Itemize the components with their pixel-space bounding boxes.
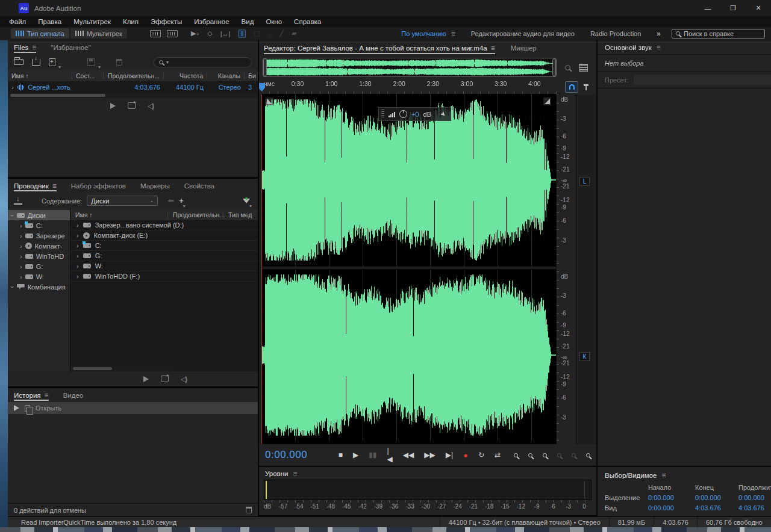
browser-col-type[interactable]: Тип мед (223, 211, 258, 218)
marquee-selection-tool-icon[interactable]: ⬚ (254, 29, 260, 37)
multitrack-view-button[interactable]: Мультитрек (70, 28, 127, 39)
timeline-ruler[interactable]: чмс 0:301:001:302:002:303:003:304:00 (259, 79, 596, 94)
panel-menu-icon[interactable]: ≡ (491, 44, 495, 52)
expand-chevron-icon[interactable]: › (76, 262, 79, 270)
playhead-marker[interactable] (259, 83, 265, 91)
right-channel-badge[interactable]: К (579, 352, 590, 361)
close-button[interactable]: ✕ (746, 0, 771, 16)
import-icon[interactable] (14, 197, 22, 205)
tab-проводник[interactable]: Проводник≡ (14, 179, 57, 193)
pause-button[interactable]: ▮▮ (369, 451, 376, 459)
value-duration[interactable]: 0:00.000 (738, 494, 771, 501)
expand-chevron-icon[interactable]: › (20, 222, 22, 229)
snap-toggle[interactable] (565, 81, 578, 93)
gain-value[interactable]: +0 (411, 111, 419, 118)
expand-chevron-icon[interactable]: › (20, 253, 22, 260)
waveform-display-icon[interactable] (150, 30, 161, 37)
marker-pin-icon[interactable] (585, 84, 587, 90)
tab-editor[interactable]: Редактор: Сергей Завьялов - А мне с тобо… (264, 40, 495, 55)
collapse-chevron-icon[interactable]: › (9, 286, 16, 288)
hud-grip-icon[interactable] (381, 110, 384, 119)
menu-item-0[interactable]: Файл (9, 18, 26, 25)
loop-preview-icon[interactable] (161, 376, 169, 382)
tab-files[interactable]: Files≡ (14, 40, 36, 54)
zoom-out-button[interactable] (528, 451, 532, 459)
content-dropdown[interactable]: Диски⌄ (87, 196, 158, 206)
panel-menu-icon[interactable]: ≡ (52, 182, 57, 190)
value-end[interactable]: 0:00.000 (695, 494, 738, 501)
waveform-display[interactable]: +0 dB ➤ dB-3-6-9-12-21-∞-21-12-9-6-3dB-3… (259, 94, 596, 444)
tab-набор-эффектов[interactable]: Набор эффектов (71, 179, 126, 193)
tab-mixer[interactable]: Микшер (511, 40, 537, 55)
tree-item-5[interactable]: ›G: (8, 261, 70, 271)
left-channel-badge[interactable]: L (579, 177, 590, 186)
amplitude-ruler[interactable]: dB-3-6-9-12-21-∞-21-12-9-6-3dB-3-6-9-12-… (556, 94, 576, 444)
minimize-button[interactable]: — (695, 0, 720, 16)
history-entry[interactable]: Открыть (8, 402, 258, 414)
zoom-in-point-button[interactable] (586, 451, 590, 459)
record-button[interactable]: ● (463, 451, 468, 460)
list-item[interactable]: ›W: (70, 261, 258, 271)
panel-menu-icon[interactable]: ≡ (45, 391, 49, 400)
browser-col-duration[interactable]: Продолжительн... (167, 211, 223, 218)
list-item[interactable]: ›WinToHDD (F:) (70, 271, 258, 282)
tree-item-2[interactable]: ›Зарезере (8, 230, 70, 241)
tree-item-3[interactable]: ›Компакт- (8, 241, 70, 251)
expand-chevron-icon[interactable]: › (20, 232, 22, 240)
spot-healing-tool-icon[interactable]: ▰ (292, 29, 296, 37)
navigator-right-handle[interactable] (552, 58, 556, 76)
panel-menu-icon[interactable]: ≡ (657, 43, 661, 52)
gain-hud[interactable]: +0 dB ➤ (378, 107, 451, 121)
open-file-icon[interactable] (14, 59, 23, 65)
expand-chevron-icon[interactable]: › (76, 232, 79, 239)
navigator-left-handle[interactable] (263, 58, 267, 76)
menu-item-8[interactable]: Справка (294, 18, 321, 25)
menu-item-4[interactable]: Эффекты (151, 18, 182, 25)
menu-item-1[interactable]: Правка (38, 18, 61, 25)
files-col-2[interactable]: Продолжительн... (104, 72, 164, 79)
files-col-5[interactable]: Би (245, 72, 258, 79)
tree-item-7[interactable]: ›Комбинация (8, 282, 70, 292)
back-icon[interactable]: ⬅ (167, 196, 174, 205)
stop-button[interactable]: ■ (339, 451, 343, 459)
editor-layout-icon[interactable] (579, 64, 588, 72)
menu-item-6[interactable]: Вид (242, 18, 254, 25)
files-col-3[interactable]: Частота (164, 72, 207, 79)
paintbrush-tool-icon[interactable]: ╱ (279, 29, 284, 37)
tree-item-0[interactable]: ›Диски (8, 210, 70, 220)
skip-selection-button[interactable]: ⇄ (495, 451, 501, 459)
workspace-tab-1[interactable]: Редактирование аудио для видео (471, 30, 575, 37)
tab-маркеры[interactable]: Маркеры (140, 179, 170, 193)
gain-knob-icon[interactable] (399, 110, 407, 118)
list-item[interactable]: ›G: (70, 251, 258, 261)
expand-chevron-icon[interactable]: › (20, 273, 22, 280)
files-hscrollbar[interactable] (8, 93, 258, 98)
collapse-chevron-icon[interactable]: › (9, 214, 16, 217)
overview-navigator[interactable] (263, 58, 557, 77)
delete-file-icon[interactable] (116, 59, 122, 66)
zoom-in-time-selection-button[interactable] (543, 451, 547, 459)
zoom-reset-button[interactable] (572, 451, 576, 459)
fade-in-handle[interactable] (266, 97, 273, 105)
filter-icon[interactable] (243, 199, 250, 203)
expand-chevron-icon[interactable]: › (20, 243, 22, 250)
menu-item-7[interactable]: Окно (266, 18, 282, 25)
files-col-0[interactable]: Имя ↑ (8, 72, 72, 79)
table-row[interactable]: ›Сергей ...хоть на миг.m4a4:03.67644100 … (8, 81, 258, 93)
zoom-out-time-selection-button[interactable] (557, 451, 561, 459)
expand-chevron-icon[interactable]: › (76, 221, 79, 229)
files-col-4[interactable]: Каналы (207, 72, 245, 79)
tree-item-6[interactable]: ›W: (8, 271, 70, 282)
menu-item-2[interactable]: Мультитрек (73, 18, 111, 25)
workspace-overflow-icon[interactable]: » (657, 29, 661, 38)
vertical-zoom-bar[interactable]: L К (576, 94, 596, 444)
right-channel-waveform[interactable] (262, 270, 556, 441)
razor-tool-icon[interactable]: ◇ (207, 29, 212, 37)
clear-history-icon[interactable] (246, 507, 252, 513)
tab-свойства[interactable]: Свойства (184, 179, 215, 193)
slip-tool-icon[interactable]: |↔| (220, 30, 231, 37)
value-start[interactable]: 0:00.000 (648, 504, 695, 512)
expand-chevron-icon[interactable]: › (76, 242, 79, 249)
fast-forward-button[interactable]: ▶▶ (424, 451, 435, 459)
time-display[interactable]: 0:00.000 (265, 449, 339, 461)
